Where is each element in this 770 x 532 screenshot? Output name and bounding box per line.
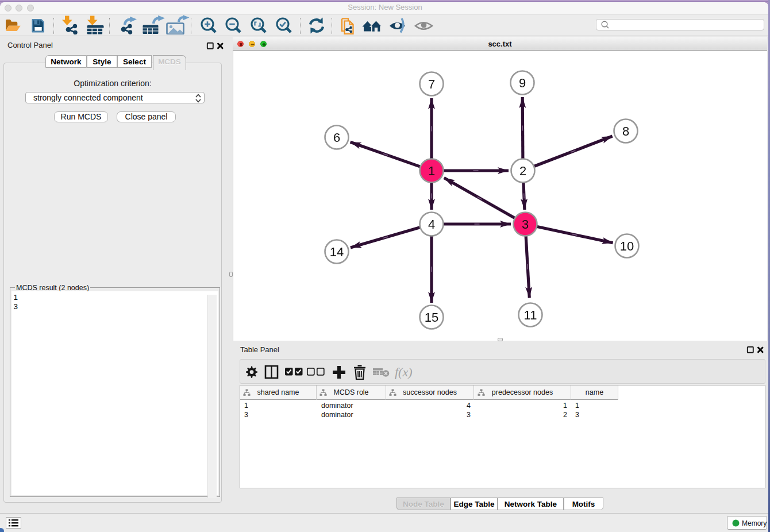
svg-text:1: 1: [428, 164, 435, 178]
svg-text:8: 8: [622, 124, 629, 138]
svg-text:4: 4: [428, 217, 435, 232]
svg-text:10: 10: [620, 239, 634, 253]
svg-text:15: 15: [425, 310, 438, 325]
svg-text:11: 11: [524, 308, 537, 322]
svg-text:2: 2: [519, 164, 526, 178]
svg-text:14: 14: [330, 245, 344, 259]
svg-text:9: 9: [519, 76, 526, 90]
svg-text:7: 7: [428, 77, 435, 91]
svg-text:6: 6: [333, 130, 340, 145]
svg-text:3: 3: [522, 217, 529, 232]
